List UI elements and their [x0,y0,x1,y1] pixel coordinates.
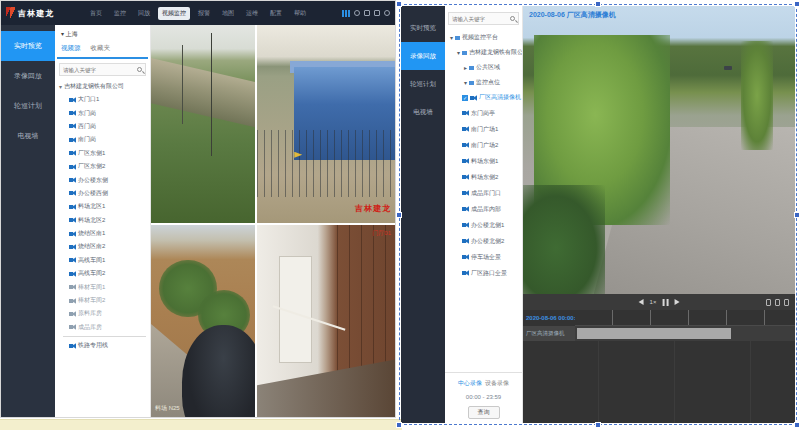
camera-item[interactable]: 成品库门口 [448,185,522,201]
camera-item[interactable]: 南门岗 [59,133,150,146]
record-source-tab[interactable]: 设备录像 [485,379,509,388]
tree-tab[interactable]: 收藏夹 [91,44,111,55]
camera-icon [462,110,469,116]
camera-item[interactable]: 办公楼东侧 [59,173,150,186]
video-feed-railway[interactable] [151,25,255,223]
timeline-empty-area [523,341,795,423]
camera-item[interactable]: 高线车间1 [59,254,150,267]
nav-menu-item[interactable]: 回放 [134,7,154,20]
camera-item[interactable]: 厂区东侧1 [59,147,150,160]
camera-item[interactable]: 烧结区南1 [59,227,150,240]
camera-item[interactable]: 料场东侧1 [448,153,522,169]
camera-item[interactable]: 停车场全景 [448,249,522,265]
camera-item[interactable]: 料场北区1 [59,200,150,213]
step-back-icon[interactable] [639,299,644,305]
pause-icon[interactable] [662,299,668,306]
camera-item[interactable]: 办公楼北侧2 [448,233,522,249]
camera-item[interactable]: 大门口1 [59,93,150,106]
camera-item[interactable]: 办公楼北侧1 [448,217,522,233]
timeline-ruler[interactable] [575,310,795,326]
tree-tab[interactable]: 视频源 [61,44,81,55]
caret-icon[interactable]: ▾ [464,79,467,86]
nav-menu-item[interactable]: 视频监控 [158,7,190,20]
camera-item[interactable]: 成品库房 [59,321,150,334]
download-icon[interactable] [784,299,789,306]
checkbox-checked-icon[interactable]: ✓ [462,95,468,101]
nav-menu-item[interactable]: 运维 [242,7,262,20]
sidebar-item[interactable]: 电视墙 [401,98,445,126]
sidebar-item[interactable]: 实时预览 [401,14,445,42]
camera-item[interactable]: 高线车间2 [59,267,150,280]
snapshot-icon[interactable] [766,299,771,306]
tree-node[interactable]: ▾ 监控点位 [448,75,522,90]
camera-item[interactable]: 南门广场1 [448,121,522,137]
sidebar-item[interactable]: 轮巡计划 [401,70,445,98]
record-source-tab[interactable]: 中心录像 [458,379,482,388]
tree-root-node[interactable]: ▾ 吉林建龙钢铁有限公司 [59,80,150,93]
logout-icon[interactable] [384,10,390,16]
sidebar-item[interactable]: 录像回放 [401,42,445,70]
user-icon[interactable] [354,10,360,16]
camera-item[interactable]: 办公楼西侧 [59,187,150,200]
camera-item[interactable]: 棒材车间2 [59,294,150,307]
camera-item[interactable]: 原料库房 [59,307,150,320]
caret-icon[interactable]: ▾ [457,49,460,56]
nav-menu-item[interactable]: 首页 [86,7,106,20]
camera-icon [462,270,469,276]
search-icon[interactable] [510,16,515,21]
playback-video[interactable]: 2020-08-06 厂区高清摄像机 [523,6,795,294]
video-feed-stockpile[interactable]: 料场 N25 [151,225,255,417]
folder-icon [455,36,460,40]
video-feed-shed[interactable]: 吉林建龙 [257,25,395,223]
play-icon[interactable] [674,299,679,305]
camera-item[interactable]: 厂区路口全景 [448,265,522,281]
time-range[interactable]: 00:00 - 23:59 [448,390,519,404]
camera-item[interactable]: 东门岗 [59,106,150,119]
track-bar-area[interactable] [575,326,795,341]
camera-item[interactable]: 料场北区2 [59,214,150,227]
caret-icon[interactable]: ▸ [464,64,467,71]
query-section: 中心录像设备录像 00:00 - 23:59 查询 [445,372,522,423]
search-input[interactable] [63,67,135,73]
sidebar-item[interactable]: 电视墙 [1,121,55,151]
search-input[interactable] [452,16,508,22]
sidebar-item[interactable]: 录像回放 [1,61,55,91]
query-button[interactable]: 查询 [468,406,500,419]
camera-item[interactable]: 东门岗亭 [448,105,522,121]
sidebar-item[interactable]: 实时预览 [1,31,55,61]
camera-item[interactable]: 厂区东侧2 [59,160,150,173]
railway-track [151,56,255,134]
camera-item[interactable]: 棒材车间1 [59,280,150,293]
camera-item[interactable]: 烧结区南2 [59,240,150,253]
camera-item[interactable]: 料场东侧2 [448,169,522,185]
nav-menu-item[interactable]: 帮助 [290,7,310,20]
breadcrumb[interactable]: ▾ 上海 [55,25,150,41]
parked-car [724,66,732,70]
caret-icon[interactable]: ▾ [450,34,453,41]
alarm-icon[interactable] [364,10,370,16]
tree-node[interactable]: ▾ 视频监控平台 [448,30,522,45]
selected-camera-item[interactable]: ✓ 厂区高清摄像机 [448,90,522,105]
tree-node[interactable]: ▾ 吉林建龙钢铁有限公司 [448,45,522,60]
camera-item[interactable]: 成品库内部 [448,201,522,217]
camera-icon [69,164,76,170]
caret-icon[interactable]: ▾ [59,83,62,90]
camera-item[interactable]: 铁路专用线 [59,339,150,352]
video-feed-hallway[interactable]: 门厅01 [257,225,395,417]
nav-menu-item[interactable]: 配置 [266,7,286,20]
foliage [523,185,605,294]
tab-underline [57,57,148,59]
camera-icon [69,324,76,330]
nav-menu-item[interactable]: 地图 [218,7,238,20]
apps-icon[interactable] [374,10,380,16]
nav-menu-item[interactable]: 报警 [194,7,214,20]
clip-icon[interactable] [775,299,780,306]
nav-menu-item[interactable]: 监控 [110,7,130,20]
recording-segment[interactable] [577,328,731,339]
speed-icon[interactable]: 1× [650,299,657,305]
camera-item[interactable]: 南门广场2 [448,137,522,153]
camera-item[interactable]: 西门岗 [59,120,150,133]
search-icon[interactable] [137,67,142,72]
sidebar-item[interactable]: 轮巡计划 [1,91,55,121]
tree-node[interactable]: ▸ 公共区域 [448,60,522,75]
